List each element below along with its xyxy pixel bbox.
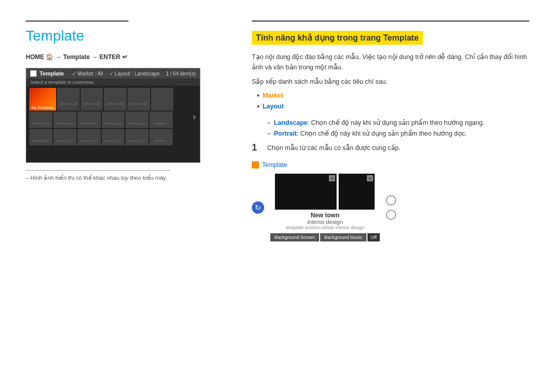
breadcrumb-template[interactable]: Template bbox=[63, 53, 90, 61]
grid-item-extra1[interactable] bbox=[151, 88, 174, 110]
page-title: Template bbox=[26, 28, 231, 44]
step-row-1: 1 Chọn mẫu từ các mẫu có sẵn được cung c… bbox=[252, 142, 529, 153]
home-icon: 🏠 bbox=[46, 53, 55, 61]
grid-item-common14[interactable]: common_14 bbox=[125, 129, 149, 145]
preview-container: ↻ ⊞ ⊞ New town interior design bbox=[252, 174, 529, 241]
preview-orange-icon bbox=[252, 161, 259, 169]
preview-right-icons bbox=[386, 195, 396, 220]
preview-title-sub: interior design bbox=[286, 219, 364, 225]
grid-label-extra3: common... bbox=[150, 139, 173, 142]
breadcrumb-enter: ENTER bbox=[100, 53, 121, 61]
description2: Sắp xếp danh sách mẫu bằng các tiêu chí … bbox=[252, 78, 529, 85]
top-divider-right bbox=[252, 21, 529, 22]
landscape-label: Landscape bbox=[274, 119, 307, 126]
grid-item-common10[interactable]: common_10 bbox=[102, 111, 125, 128]
grid-label-common03: common_03 bbox=[29, 122, 52, 125]
preview-screen-secondary[interactable]: ⊞ bbox=[339, 174, 375, 210]
preview-label-row: Template bbox=[252, 161, 529, 169]
grid-label-common10: common_10 bbox=[102, 122, 125, 125]
mockup-count: 1 / 64 item(s) bbox=[166, 71, 196, 77]
grid-label-common14: common_14 bbox=[125, 139, 149, 142]
dash-landscape: – bbox=[267, 118, 271, 128]
preview-label-text: Template bbox=[262, 161, 287, 169]
bg-screen-button[interactable]: Background Screen bbox=[270, 233, 319, 241]
grid-item-common07[interactable]: common_07 bbox=[78, 111, 101, 128]
portrait-label: Portrait bbox=[274, 130, 297, 137]
grid-item-common36[interactable]: common_36 bbox=[81, 88, 103, 110]
grid-item-common09[interactable]: common_09 bbox=[104, 88, 126, 110]
grid-item-common05[interactable]: common_05 bbox=[53, 129, 77, 145]
preview-title-small: template solution whole interior design bbox=[286, 225, 364, 230]
grid-label-common04: common_04 bbox=[53, 122, 77, 125]
grid-label-common09: common_09 bbox=[104, 102, 126, 105]
right-column: Tính năng khả dụng trong trang Template … bbox=[252, 21, 529, 377]
bullet-list: • Market • Layout bbox=[257, 90, 529, 113]
grid-label-common05: common_05 bbox=[53, 139, 77, 142]
mockup-header: Template ✓ Market : All ✓ Layout : Lands… bbox=[26, 68, 200, 79]
mockup-grid-container: My Templates common_28 common_36 common_… bbox=[26, 86, 200, 147]
grid-label-common13: common_13 bbox=[125, 122, 149, 125]
mockup-title-bar: Template bbox=[30, 70, 64, 77]
grid-item-common12[interactable]: common_12 bbox=[127, 88, 150, 110]
nav-arrow-right[interactable]: › bbox=[193, 111, 196, 122]
breadcrumb-arrow1: → bbox=[55, 53, 62, 61]
grid-item-common04[interactable]: common_04 bbox=[53, 111, 77, 128]
grid-label-common11: common_11 bbox=[102, 139, 125, 142]
screen-corner-icon-main: ⊞ bbox=[329, 175, 335, 181]
right-circle-icon-2[interactable] bbox=[386, 210, 396, 220]
breadcrumb-arrow2: → bbox=[91, 53, 98, 61]
layout-label: Layout bbox=[263, 101, 284, 112]
grid-item-common13[interactable]: common_13 bbox=[125, 111, 149, 128]
preview-screens-wrapper: ⊞ ⊞ New town interior design template so… bbox=[270, 174, 380, 241]
preview-screen-main[interactable]: ⊞ bbox=[275, 174, 337, 210]
sub-bullet-landscape: – Landscape: Chọn chế độ này khi sử dụng… bbox=[267, 118, 529, 128]
mockup-subtitle: Select a template to customise. bbox=[26, 79, 200, 86]
grid-item-common28[interactable]: common_28 bbox=[57, 88, 80, 110]
grid-label-common02: common_02 bbox=[29, 139, 52, 142]
template-mockup: Template ✓ Market : All ✓ Layout : Lands… bbox=[26, 68, 200, 163]
sub-bullet-list: – Landscape: Chọn chế độ này khi sử dụng… bbox=[267, 118, 529, 140]
refresh-icon[interactable]: ↻ bbox=[252, 201, 264, 214]
bullet-dot-layout: • bbox=[257, 101, 260, 112]
step-text-1: Chọn mẫu từ các mẫu có sẵn được cung cấp… bbox=[267, 142, 400, 152]
grid-item-common11[interactable]: common_11 bbox=[102, 129, 125, 145]
grid-label-common36: common_36 bbox=[81, 102, 103, 105]
mockup-grid-row2: common_03 common_04 common_07 common_10 … bbox=[29, 111, 197, 128]
mockup-controls: ✓ Market : All ✓ Layout : Landscape 1 / … bbox=[72, 71, 196, 77]
preview-title-main: New town bbox=[286, 212, 364, 219]
off-label: Off bbox=[367, 233, 380, 241]
preview-info: New town interior design template soluti… bbox=[286, 212, 364, 230]
breadcrumb-home: HOME bbox=[26, 53, 44, 61]
preview-screens: ⊞ ⊞ bbox=[275, 174, 375, 210]
screen-corner-icon-secondary: ⊞ bbox=[367, 175, 373, 181]
grid-label-common08: common_08 bbox=[78, 139, 101, 142]
bg-music-button[interactable]: Background Music bbox=[320, 233, 366, 241]
landscape-text: : Chọn chế độ này khi sử dụng sản phẩm t… bbox=[307, 119, 484, 126]
my-templates-item[interactable]: My Templates bbox=[29, 88, 56, 110]
step-number-1: 1 bbox=[252, 142, 262, 153]
mockup-grid-row3: common_02 common_05 common_08 common_11 … bbox=[29, 129, 197, 145]
grid-label-common12: common_12 bbox=[127, 102, 150, 105]
bullet-layout: • Layout bbox=[257, 101, 529, 112]
mockup-grid-row1: My Templates common_28 common_36 common_… bbox=[29, 88, 197, 110]
grid-item-common02[interactable]: common_02 bbox=[29, 129, 52, 145]
my-templates-label: My Templates bbox=[31, 106, 53, 109]
sub-bullet-portrait: – Portrait: Chọn chế độ này khi sử dụng … bbox=[267, 128, 529, 139]
mockup-market-control[interactable]: ✓ Market : All bbox=[72, 71, 103, 77]
template-preview-section: Template ↻ ⊞ ⊞ New town bbox=[252, 161, 529, 241]
grid-item-common03[interactable]: common_03 bbox=[29, 111, 52, 128]
dash-portrait: – bbox=[267, 128, 271, 139]
grid-item-common08[interactable]: common_08 bbox=[78, 129, 101, 145]
left-divider bbox=[26, 170, 170, 171]
right-circle-icon-1[interactable] bbox=[386, 195, 396, 206]
portrait-text: : Chọn chế độ này khi sử dụng sản phẩm t… bbox=[297, 130, 467, 137]
grid-item-common-extra2[interactable]: common... bbox=[150, 111, 173, 128]
section-title: Tính năng khả dụng trong trang Template bbox=[252, 31, 423, 45]
left-column: Template HOME 🏠 → Template → ENTER ↵ Tem… bbox=[26, 21, 231, 377]
mockup-layout-control[interactable]: ✓ Layout : Landscape bbox=[109, 71, 160, 77]
grid-label-extra2: common... bbox=[150, 122, 173, 125]
breadcrumb: HOME 🏠 → Template → ENTER ↵ bbox=[26, 53, 231, 61]
bullet-dot-market: • bbox=[257, 90, 260, 101]
grid-item-common-extra3[interactable]: common... bbox=[150, 129, 173, 145]
description1: Tạo nội dung độc đáo bằng các mẫu. Việc … bbox=[252, 52, 529, 72]
